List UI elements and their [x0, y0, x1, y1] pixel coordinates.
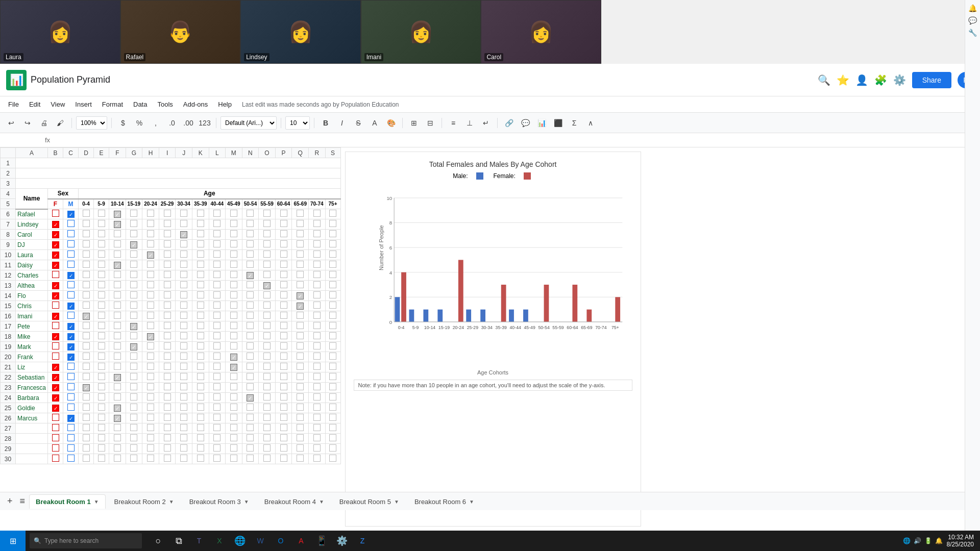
age-cell-13-6[interactable]: [176, 342, 192, 352]
age-cell-16-14[interactable]: [308, 372, 325, 383]
age-cell-13-13[interactable]: [292, 342, 309, 352]
age-cell-16-1[interactable]: [94, 372, 109, 383]
age-cell-4-7[interactable]: [192, 250, 209, 260]
age-cell-2-15[interactable]: [325, 230, 340, 240]
age-cell-4-9[interactable]: [226, 250, 242, 260]
taskbar-app1[interactable]: 📱: [313, 533, 330, 549]
menu-insert[interactable]: Insert: [71, 98, 96, 110]
age-cell-19-7[interactable]: [192, 403, 209, 413]
female-cb-13[interactable]: [52, 342, 59, 349]
menu-format[interactable]: Format: [98, 98, 127, 110]
male-cell-15[interactable]: [63, 362, 79, 372]
age-cell-15-10[interactable]: [242, 362, 259, 372]
age-cell-0-1[interactable]: [94, 209, 109, 219]
age-cell-14-14[interactable]: [308, 352, 325, 362]
male-cell-10[interactable]: [63, 311, 79, 321]
age-cell-8-3[interactable]: [126, 291, 142, 301]
age-cell-10-15[interactable]: [325, 311, 340, 321]
female-cb-14[interactable]: [52, 353, 59, 360]
link-button[interactable]: 🔗: [502, 116, 516, 130]
age-cell-10-4[interactable]: [142, 311, 159, 321]
age-cell-2-8[interactable]: [209, 230, 226, 240]
age-cell-14-13[interactable]: [292, 352, 309, 362]
right-icon-3[interactable]: 🔧: [968, 29, 977, 37]
age-cell-13-5[interactable]: [159, 342, 176, 352]
fill-color-button[interactable]: 🎨: [384, 116, 398, 130]
formula-input[interactable]: [54, 136, 980, 144]
age-cell-20-5[interactable]: [159, 413, 176, 423]
age-cell-13-15[interactable]: [325, 342, 340, 352]
age-cell-1-13[interactable]: [292, 219, 309, 230]
taskbar-excel[interactable]: X: [211, 533, 228, 549]
age-cell-3-12[interactable]: [275, 240, 292, 250]
taskbar-chrome[interactable]: 🌐: [232, 533, 248, 549]
female-cell-5[interactable]: [48, 260, 63, 270]
font-size-select[interactable]: 10: [285, 116, 310, 130]
age-cell-3-8[interactable]: [209, 240, 226, 250]
age-cell-3-4[interactable]: [142, 240, 159, 250]
age-cell-18-8[interactable]: [209, 393, 226, 403]
age-cell-17-6[interactable]: [176, 383, 192, 393]
age-cell-8-15[interactable]: [325, 291, 340, 301]
age-cell-19-9[interactable]: [226, 403, 242, 413]
age-cell-17-8[interactable]: [209, 383, 226, 393]
tab-breakout-1[interactable]: Breakout Room 1 ▼: [29, 494, 106, 509]
age-cell-19-10[interactable]: [242, 403, 259, 413]
age-cell-8-13[interactable]: [292, 291, 309, 301]
age-cell-16-10[interactable]: [242, 372, 259, 383]
age-cell-19-8[interactable]: [209, 403, 226, 413]
age-cell-20-11[interactable]: [259, 413, 276, 423]
age-cell-18-4[interactable]: [142, 393, 159, 403]
age-cell-4-14[interactable]: [308, 250, 325, 260]
merge-button[interactable]: ⊟: [423, 116, 437, 130]
male-cb-2[interactable]: [67, 230, 75, 237]
female-cb-12[interactable]: [52, 333, 59, 340]
age-cell-16-2[interactable]: [109, 372, 126, 383]
age-cell-10-2[interactable]: [109, 311, 126, 321]
age-cell-13-8[interactable]: [209, 342, 226, 352]
age-cell-11-1[interactable]: [94, 321, 109, 332]
age-cell-5-1[interactable]: [94, 260, 109, 270]
age-cell-10-1[interactable]: [94, 311, 109, 321]
age-cell-5-6[interactable]: [176, 260, 192, 270]
age-cell-6-13[interactable]: [292, 270, 309, 281]
age-cell-17-10[interactable]: [242, 383, 259, 393]
age-cell-7-8[interactable]: [209, 281, 226, 291]
age-cell-18-9[interactable]: [226, 393, 242, 403]
right-icon-2[interactable]: 💬: [968, 16, 977, 24]
tray-network[interactable]: 🌐: [903, 537, 911, 544]
menu-view[interactable]: View: [46, 98, 69, 110]
age-cell-3-9[interactable]: [226, 240, 242, 250]
age-cell-1-6[interactable]: [176, 219, 192, 230]
age-cell-10-9[interactable]: [226, 311, 242, 321]
age-cell-12-5[interactable]: [159, 332, 176, 342]
age-cell-10-8[interactable]: [209, 311, 226, 321]
age-cell-4-13[interactable]: [292, 250, 309, 260]
female-cell-16[interactable]: [48, 372, 63, 383]
female-cell-14[interactable]: [48, 352, 63, 362]
tab-arrow-3[interactable]: ▼: [244, 499, 249, 505]
age-cell-7-10[interactable]: [242, 281, 259, 291]
female-cb-10[interactable]: [52, 313, 59, 320]
tray-battery[interactable]: 🔋: [924, 537, 932, 544]
age-cell-7-11[interactable]: [259, 281, 276, 291]
female-cell-9[interactable]: [48, 301, 63, 311]
age-cell-3-7[interactable]: [192, 240, 209, 250]
age-cell-17-12[interactable]: [275, 383, 292, 393]
age-cell-9-4[interactable]: [142, 301, 159, 311]
age-cell-19-2[interactable]: [109, 403, 126, 413]
taskbar-acrobat[interactable]: A: [293, 533, 309, 549]
age-cell-14-5[interactable]: [159, 352, 176, 362]
age-cell-20-14[interactable]: [308, 413, 325, 423]
age-cell-18-12[interactable]: [275, 393, 292, 403]
age-cell-20-9[interactable]: [226, 413, 242, 423]
age-cell-0-14[interactable]: [308, 209, 325, 219]
age-cell-3-15[interactable]: [325, 240, 340, 250]
age-cell-7-14[interactable]: [308, 281, 325, 291]
male-cb-18[interactable]: [67, 393, 75, 400]
age-cell-1-15[interactable]: [325, 219, 340, 230]
age-cell-9-2[interactable]: [109, 301, 126, 311]
age-cell-14-4[interactable]: [142, 352, 159, 362]
age-cell-7-2[interactable]: [109, 281, 126, 291]
comma-button[interactable]: ,: [149, 116, 163, 130]
